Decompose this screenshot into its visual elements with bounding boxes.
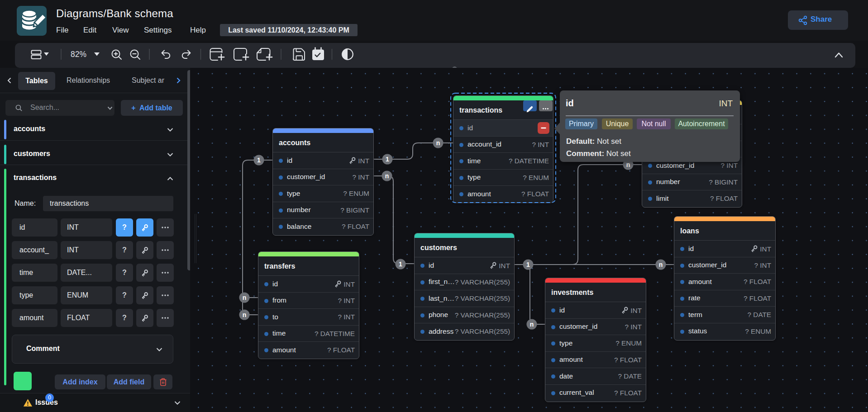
svg-text:n: n — [436, 139, 440, 147]
svg-text:n: n — [530, 321, 534, 328]
svg-text:n: n — [243, 311, 247, 318]
svg-text:n: n — [659, 261, 663, 268]
svg-text:82%: 82% — [71, 50, 86, 59]
svg-text:1: 1 — [257, 156, 261, 164]
svg-text:1: 1 — [399, 260, 402, 268]
svg-text:n: n — [626, 161, 630, 168]
svg-text:1: 1 — [386, 156, 389, 163]
svg-text:1: 1 — [526, 261, 530, 268]
svg-text:n: n — [385, 172, 389, 180]
svg-text:n: n — [243, 294, 247, 301]
